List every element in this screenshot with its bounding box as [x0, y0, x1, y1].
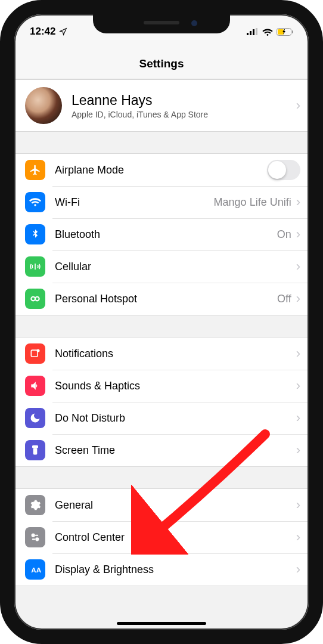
row-label: Airplane Mode — [55, 164, 124, 177]
airplane-mode-switch[interactable] — [267, 160, 300, 180]
row-label: Cellular — [55, 261, 91, 273]
row-label: Personal Hotspot — [55, 293, 137, 305]
row-detail: Off — [277, 293, 291, 305]
row-label: Notifications — [55, 348, 113, 360]
svg-rect-9 — [31, 350, 38, 357]
chevron-right-icon: › — [296, 531, 300, 544]
row-label: Do Not Disturb — [55, 412, 125, 425]
dnd-icon — [25, 408, 45, 428]
row-detail: Mango Life Unifi — [214, 196, 291, 209]
row-screen-time[interactable]: Screen Time › — [14, 434, 309, 466]
chevron-right-icon: › — [296, 228, 300, 241]
row-cellular[interactable]: Cellular › — [14, 250, 309, 283]
cell-signal-icon — [247, 28, 259, 35]
svg-rect-1 — [250, 31, 251, 35]
cellular-icon — [25, 256, 45, 277]
svg-point-13 — [32, 534, 35, 537]
chevron-right-icon: › — [296, 379, 300, 392]
svg-rect-12 — [34, 449, 37, 454]
row-label: Control Center — [55, 531, 125, 544]
svg-rect-0 — [247, 33, 249, 35]
sounds-icon — [25, 376, 45, 396]
chevron-right-icon: › — [296, 260, 300, 273]
chevron-right-icon: › — [296, 411, 300, 425]
chevron-right-icon: › — [296, 196, 300, 209]
chevron-right-icon: › — [296, 99, 300, 112]
page-title: Settings — [14, 57, 309, 70]
svg-point-10 — [37, 349, 40, 352]
profile-row[interactable]: Leanne Hays Apple ID, iCloud, iTunes & A… — [14, 80, 309, 131]
chevron-right-icon: › — [296, 292, 300, 305]
row-wifi[interactable]: Wi-Fi Mango Life Unifi › — [14, 186, 309, 218]
row-control-center[interactable]: Control Center › — [14, 521, 309, 553]
row-bluetooth[interactable]: Bluetooth On › — [14, 218, 309, 250]
row-label: Sounds & Haptics — [55, 380, 140, 392]
bluetooth-icon — [25, 224, 45, 244]
notifications-icon — [25, 343, 45, 364]
chevron-right-icon: › — [296, 444, 300, 457]
row-personal-hotspot[interactable]: Personal Hotspot Off › — [14, 283, 309, 315]
row-detail: On — [277, 228, 291, 241]
gear-icon — [25, 495, 45, 515]
chevron-right-icon: › — [296, 499, 300, 512]
screen-time-icon — [25, 440, 45, 460]
battery-icon — [277, 28, 293, 36]
row-sounds[interactable]: Sounds & Haptics › — [14, 370, 309, 402]
row-airplane-mode[interactable]: Airplane Mode — [14, 154, 309, 186]
svg-rect-3 — [256, 28, 257, 35]
row-label: General — [55, 499, 93, 512]
avatar — [25, 87, 62, 124]
wifi-icon — [262, 28, 273, 36]
settings-group-profile: Leanne Hays Apple ID, iCloud, iTunes & A… — [14, 79, 309, 132]
chevron-right-icon: › — [296, 563, 300, 576]
settings-group-general: General › Control Center › AA Display & … — [14, 488, 309, 586]
row-label: Display & Brightness — [55, 564, 154, 576]
svg-point-8 — [35, 297, 39, 301]
row-general[interactable]: General › — [14, 489, 309, 521]
settings-group-notifications: Notifications › Sounds & Haptics › Do No… — [14, 337, 309, 467]
row-do-not-disturb[interactable]: Do Not Disturb › — [14, 402, 309, 434]
svg-point-14 — [36, 538, 38, 540]
screen: 12:42 Settings Leanne Hays Apple ID, iCl… — [14, 14, 309, 630]
row-display-brightness[interactable]: AA Display & Brightness › — [14, 553, 309, 586]
location-icon — [59, 27, 67, 36]
airplane-icon — [25, 160, 45, 180]
wifi-icon — [25, 192, 45, 212]
settings-group-connectivity: Airplane Mode Wi-Fi Mango Life Unifi › B… — [14, 153, 309, 315]
row-label: Screen Time — [55, 444, 115, 457]
svg-rect-6 — [292, 30, 293, 33]
hotspot-icon — [25, 289, 45, 309]
control-center-icon — [25, 527, 45, 547]
svg-rect-11 — [33, 446, 38, 448]
chevron-right-icon: › — [296, 347, 300, 360]
row-label: Bluetooth — [55, 228, 100, 241]
display-icon: AA — [25, 559, 45, 580]
nav-bar: Settings — [14, 41, 309, 79]
svg-rect-2 — [253, 29, 254, 35]
profile-name: Leanne Hays — [72, 92, 208, 109]
svg-text:AA: AA — [31, 566, 41, 574]
home-indicator[interactable] — [117, 622, 206, 625]
profile-sub: Apple ID, iCloud, iTunes & App Store — [72, 110, 208, 119]
row-notifications[interactable]: Notifications › — [14, 338, 309, 370]
row-label: Wi-Fi — [55, 196, 80, 209]
status-time: 12:42 — [30, 26, 55, 38]
